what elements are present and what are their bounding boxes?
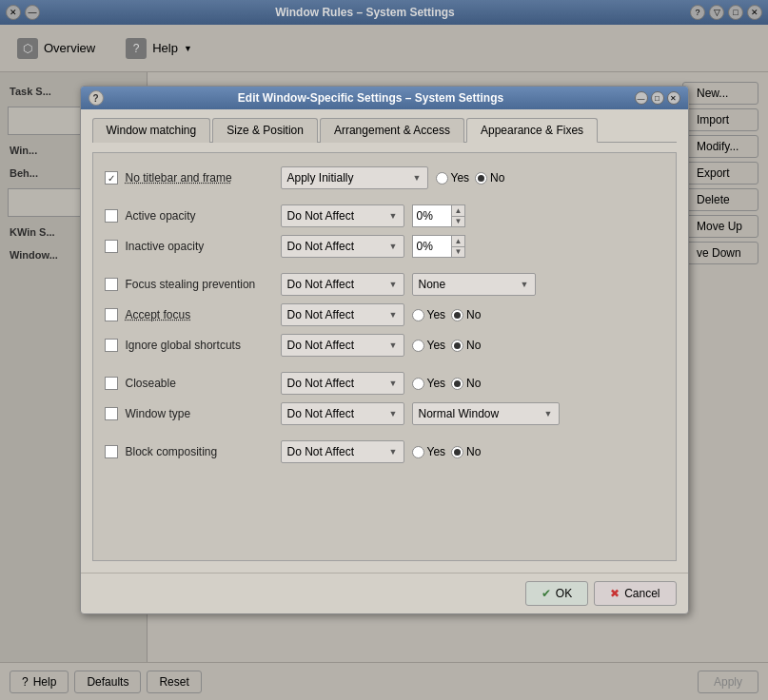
radio-ignore-shortcuts-yes-btn[interactable] — [412, 340, 424, 352]
radio-closeable-no[interactable]: No — [451, 377, 481, 390]
dropdown-inactive-opacity-value: Do Not Affect — [287, 240, 354, 253]
modal-body: Window matching Size & Position Arrangem… — [81, 109, 688, 573]
dropdown-focus-stealing-value: Do Not Affect — [287, 278, 354, 291]
radio-closeable-yes-label: Yes — [427, 377, 446, 390]
radio-no-titlebar-yes[interactable]: Yes — [436, 171, 470, 185]
checkbox-closeable[interactable] — [105, 377, 118, 390]
dropdown-closeable[interactable]: Do Not Affect ▼ — [281, 372, 404, 395]
dropdown-block-compositing[interactable]: Do Not Affect ▼ — [281, 440, 404, 463]
radio-no-titlebar-no[interactable]: No — [475, 171, 504, 185]
radio-block-compositing-no-btn[interactable] — [451, 446, 463, 458]
checkbox-accept-focus[interactable] — [105, 308, 118, 321]
setting-row-window-type: Window type Do Not Affect ▼ Normal Windo… — [105, 399, 664, 429]
modal-overlay: ? Edit Window-Specific Settings – System… — [0, 0, 768, 700]
dropdown-window-type-2[interactable]: Normal Window ▼ — [412, 402, 560, 425]
radio-block-compositing-yes[interactable]: Yes — [412, 445, 446, 458]
spinbox-inactive-opacity-btns: ▲ ▼ — [451, 236, 465, 257]
dropdown-inactive-opacity-arrow: ▼ — [389, 242, 398, 251]
label-active-opacity: Active opacity — [126, 209, 273, 223]
spinbox-active-opacity-down[interactable]: ▼ — [452, 217, 465, 227]
radio-block-compositing-no-label: No — [466, 445, 481, 458]
radio-ignore-shortcuts-yes[interactable]: Yes — [412, 339, 446, 352]
radio-no-titlebar-no-btn[interactable] — [475, 172, 487, 185]
radio-accept-focus-yes-btn[interactable] — [412, 309, 424, 321]
radio-block-compositing-yes-label: Yes — [427, 445, 446, 458]
spinbox-active-opacity-up[interactable]: ▲ — [452, 205, 465, 217]
checkbox-no-titlebar[interactable] — [105, 171, 118, 185]
radio-no-titlebar-no-label: No — [490, 171, 504, 185]
radio-accept-focus-yes-label: Yes — [427, 308, 446, 321]
dropdown-accept-focus-value: Do Not Affect — [287, 308, 354, 321]
dropdown-active-opacity[interactable]: Do Not Affect ▼ — [281, 204, 404, 227]
dropdown-focus-stealing[interactable]: Do Not Affect ▼ — [281, 273, 404, 296]
tab-arrangement-access[interactable]: Arrangement & Access — [320, 118, 464, 143]
sep-1 — [105, 193, 664, 201]
radio-ignore-shortcuts-no[interactable]: No — [451, 339, 481, 352]
tab-window-matching[interactable]: Window matching — [92, 118, 211, 143]
spinbox-active-opacity: ▲ ▼ — [412, 204, 466, 227]
radio-accept-focus-no[interactable]: No — [451, 308, 481, 321]
modal-help-button[interactable]: ? — [89, 90, 104, 106]
spinbox-active-opacity-btns: ▲ ▼ — [451, 205, 465, 226]
dropdown-inactive-opacity[interactable]: Do Not Affect ▼ — [281, 235, 404, 258]
radio-accept-focus-no-btn[interactable] — [451, 309, 463, 321]
setting-row-focus-stealing: Focus stealing prevention Do Not Affect … — [105, 269, 664, 300]
spinbox-inactive-opacity: ▲ ▼ — [412, 235, 466, 258]
dropdown-ignore-shortcuts[interactable]: Do Not Affect ▼ — [281, 334, 404, 357]
radio-no-titlebar-yes-btn[interactable] — [436, 172, 448, 185]
modal-title: Edit Window-Specific Settings – System S… — [108, 91, 635, 105]
spinbox-active-opacity-input[interactable] — [413, 207, 451, 224]
ok-button[interactable]: ✔ OK — [525, 581, 588, 606]
setting-row-active-opacity: Active opacity Do Not Affect ▼ ▲ ▼ — [105, 201, 664, 231]
dropdown-focus-stealing-2-value: None — [419, 278, 446, 291]
dropdown-window-type-2-arrow: ▼ — [544, 409, 553, 418]
dropdown-window-type-2-value: Normal Window — [419, 407, 500, 420]
dropdown-window-type-value: Do Not Affect — [287, 407, 354, 420]
radio-ignore-shortcuts-no-label: No — [466, 339, 481, 352]
radio-closeable-no-btn[interactable] — [451, 378, 463, 390]
checkbox-active-opacity[interactable] — [105, 209, 118, 223]
checkbox-ignore-shortcuts[interactable] — [105, 339, 118, 352]
spinbox-inactive-opacity-up[interactable]: ▲ — [452, 236, 465, 247]
dropdown-focus-stealing-2[interactable]: None ▼ — [412, 273, 536, 296]
dropdown-block-compositing-arrow: ▼ — [389, 447, 398, 457]
spinbox-inactive-opacity-down[interactable]: ▼ — [452, 247, 465, 258]
checkbox-window-type[interactable] — [105, 407, 118, 420]
radio-block-compositing-yes-btn[interactable] — [412, 446, 424, 458]
radio-ignore-shortcuts-yes-label: Yes — [427, 339, 446, 352]
dropdown-accept-focus[interactable]: Do Not Affect ▼ — [281, 303, 404, 326]
modal-close-btn[interactable]: ✕ — [667, 91, 680, 105]
settings-area: No titlebar and frame Apply Initially ▼ … — [92, 152, 677, 561]
modal-maximize-btn[interactable]: □ — [651, 91, 664, 105]
tab-appearance-fixes[interactable]: Appearance & Fixes — [466, 118, 598, 143]
sep-4 — [105, 429, 664, 437]
dropdown-closeable-arrow: ▼ — [389, 379, 398, 388]
dropdown-focus-stealing-arrow: ▼ — [389, 280, 398, 289]
dropdown-no-titlebar[interactable]: Apply Initially ▼ — [281, 166, 428, 189]
spinbox-inactive-opacity-input[interactable] — [413, 238, 451, 255]
checkbox-inactive-opacity[interactable] — [105, 240, 118, 253]
cancel-label: Cancel — [624, 587, 660, 600]
sep-2 — [105, 262, 664, 269]
modal-footer: ✔ OK ✖ Cancel — [81, 573, 688, 613]
tab-arrangement-access-label: Arrangement & Access — [334, 124, 450, 137]
sep-3 — [105, 360, 664, 368]
radio-accept-focus-yes[interactable]: Yes — [412, 308, 446, 321]
radio-closeable-yes-btn[interactable] — [412, 378, 424, 390]
modal-titlebar: ? Edit Window-Specific Settings – System… — [81, 87, 688, 109]
checkbox-focus-stealing[interactable] — [105, 278, 118, 291]
dropdown-block-compositing-value: Do Not Affect — [287, 445, 354, 458]
tab-size-position[interactable]: Size & Position — [212, 118, 318, 143]
modal-minimize-btn[interactable]: — — [635, 91, 648, 105]
label-inactive-opacity: Inactive opacity — [126, 240, 273, 253]
radio-ignore-shortcuts-no-btn[interactable] — [451, 340, 463, 352]
cancel-button[interactable]: ✖ Cancel — [594, 581, 676, 606]
dropdown-ignore-shortcuts-value: Do Not Affect — [287, 339, 354, 352]
radio-closeable-yes[interactable]: Yes — [412, 377, 446, 390]
dropdown-closeable-value: Do Not Affect — [287, 377, 354, 390]
radio-block-compositing-no[interactable]: No — [451, 445, 481, 458]
checkbox-block-compositing[interactable] — [105, 445, 118, 458]
dropdown-active-opacity-arrow: ▼ — [389, 211, 398, 221]
cancel-icon: ✖ — [610, 587, 620, 600]
dropdown-window-type[interactable]: Do Not Affect ▼ — [281, 402, 404, 425]
